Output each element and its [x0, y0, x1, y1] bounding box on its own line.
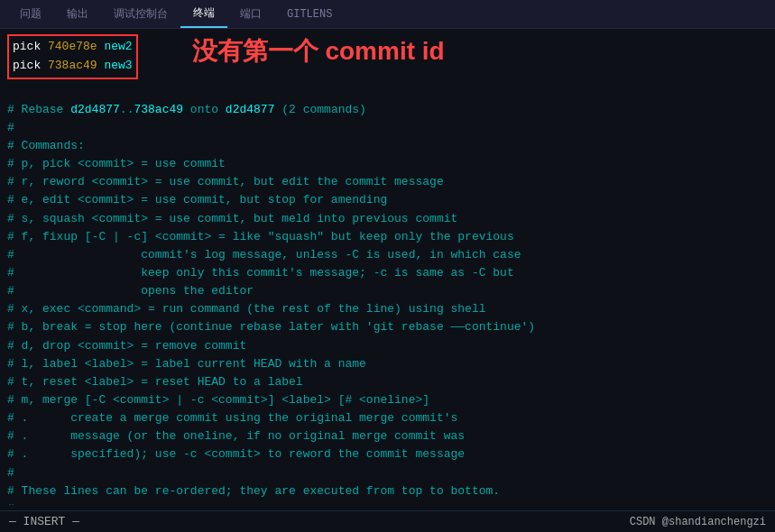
- tab-ports[interactable]: 端口: [227, 1, 274, 27]
- code-line: # e, edit <commit> = use commit, but sto…: [7, 191, 768, 209]
- code-line: # Rebase d2d4877..738ac49 onto d2d4877 (…: [7, 101, 768, 119]
- code-line: # . message (or the oneline, if no origi…: [7, 427, 768, 445]
- code-line: #: [7, 500, 768, 505]
- pick-keyword-2: pick: [13, 57, 48, 76]
- code-line: # commit's log message, unless -C is use…: [7, 246, 768, 264]
- commit-name-1: new2: [97, 38, 133, 57]
- code-line: # m, merge [-C <commit> | -c <commit>] <…: [7, 391, 768, 409]
- watermark: CSDN @shandianchengzi: [630, 516, 766, 528]
- tab-terminal[interactable]: 终端: [180, 0, 227, 28]
- tab-debug-console[interactable]: 调试控制台: [101, 1, 180, 27]
- tab-gitlens[interactable]: GITLENS: [274, 3, 345, 26]
- commit-hash-2: 738ac49: [48, 57, 97, 76]
- tab-bar: 问题 输出 调试控制台 终端 端口 GITLENS: [0, 0, 775, 29]
- pick-keyword-1: pick: [13, 38, 48, 57]
- code-line: # d, drop <commit> = remove commit: [7, 337, 768, 355]
- pick-line-2: pick 738ac49 new3: [13, 57, 133, 76]
- code-line: # s, squash <commit> = use commit, but m…: [7, 210, 768, 228]
- code-line: [7, 83, 768, 101]
- code-line: #: [7, 464, 768, 482]
- code-line: # b, break = stop here (continue rebase …: [7, 318, 768, 336]
- terminal-content: pick 740e78e new2 pick 738ac49 new3 没有第一…: [0, 29, 775, 510]
- code-line: # . specified); use -c <commit> to rewor…: [7, 445, 768, 463]
- code-area: # Rebase d2d4877..738ac49 onto d2d4877 (…: [7, 83, 768, 505]
- commit-hash-1: 740e78e: [48, 38, 97, 57]
- code-line: # Commands:: [7, 137, 768, 155]
- code-line: # . create a merge commit using the orig…: [7, 409, 768, 427]
- annotation-text: 没有第一个 commit id: [192, 34, 445, 69]
- status-bar: — INSERT — CSDN @shandianchengzi: [0, 510, 775, 532]
- code-line: # opens the editor: [7, 282, 768, 300]
- code-line: # x, exec <command> = run command (the r…: [7, 300, 768, 318]
- pick-line-1: pick 740e78e new2: [13, 38, 133, 57]
- code-line: # p, pick <commit> = use commit: [7, 155, 768, 173]
- code-line: # t, reset <label> = reset HEAD to a lab…: [7, 373, 768, 391]
- code-line: # r, reword <commit> = use commit, but e…: [7, 173, 768, 191]
- code-line: # These lines can be re-ordered; they ar…: [7, 482, 768, 500]
- code-line: # f, fixup [-C | -c] <commit> = like "sq…: [7, 228, 768, 246]
- code-line: # keep only this commit's message; -c is…: [7, 264, 768, 282]
- insert-mode: — INSERT —: [9, 515, 79, 528]
- commit-name-2: new3: [97, 57, 133, 76]
- top-section: pick 740e78e new2 pick 738ac49 new3 没有第一…: [7, 34, 768, 79]
- code-line: # l, label <label> = label current HEAD …: [7, 355, 768, 373]
- tab-output[interactable]: 输出: [54, 1, 101, 27]
- tab-problems[interactable]: 问题: [7, 1, 54, 27]
- code-line: #: [7, 119, 768, 137]
- pick-block: pick 740e78e new2 pick 738ac49 new3: [7, 34, 138, 79]
